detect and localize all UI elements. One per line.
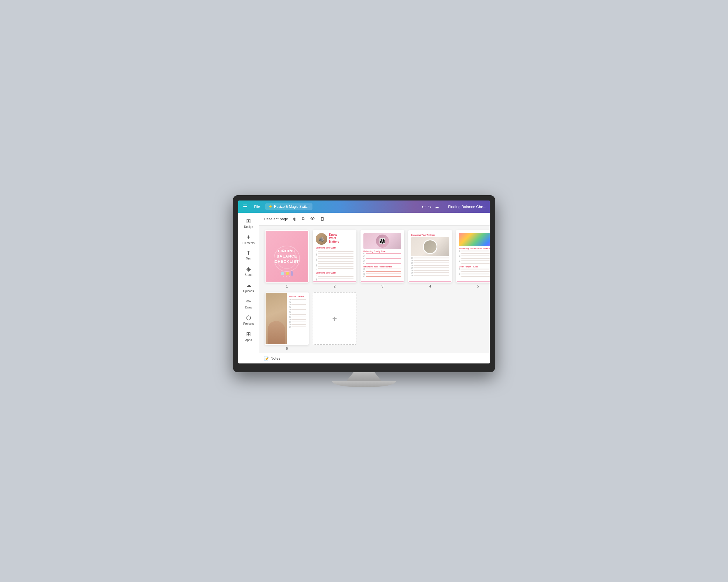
copy-page-icon[interactable]: ⧉ (301, 215, 306, 223)
sidebar-item-elements[interactable]: ✦ Elements (240, 231, 257, 247)
deselect-page-button[interactable]: Deselect page (264, 217, 288, 221)
hamburger-icon[interactable]: ☰ (242, 202, 249, 211)
sidebar-item-projects[interactable]: ⬡ Projects (240, 312, 257, 328)
monitor-bezel: ☰ File ⚡ Resize & Magic Switch ↩ ↪ ☁ Fin… (233, 195, 495, 372)
page-item-1[interactable]: FindingBalanceChecklist ~ ~ ~ (265, 230, 309, 288)
sidebar-label-projects: Projects (243, 322, 254, 325)
hide-page-icon[interactable]: 👁 (309, 215, 316, 223)
page2-content: 🪨 KnowWhatMatters Balancing Your Work (313, 231, 356, 282)
page5-section2: Don't Forget To Act (459, 266, 490, 268)
page-item-add[interactable]: + (313, 293, 357, 345)
redo-button[interactable]: ↪ (428, 204, 432, 210)
page-item-3[interactable]: 👨‍👩‍👧 Balancing Family Time (361, 230, 404, 288)
sidebar-item-text[interactable]: T Text (240, 248, 257, 262)
sidebar-item-uploads[interactable]: ☁ Uploads (240, 279, 257, 295)
page-number-2: 2 (334, 284, 336, 288)
sidebar-label-design: Design (244, 225, 253, 228)
pages-row-2: Put It All Together (265, 293, 484, 351)
monitor-stand-base (332, 381, 396, 387)
page1-subtitle: ~ ~ ~ (283, 276, 291, 278)
draw-icon: ✏ (246, 298, 251, 305)
page-thumb-4[interactable]: Balancing Your Wellness (408, 230, 452, 282)
sidebar-label-apps: Apps (245, 338, 252, 342)
page-toolbar: Deselect page ⊕ ⧉ 👁 🗑 (259, 213, 490, 225)
lightning-icon: ⚡ (268, 204, 272, 209)
elements-icon: ✦ (246, 234, 251, 241)
design-icon: ⊞ (246, 217, 251, 224)
add-page-button[interactable]: + (313, 293, 357, 345)
page1-content: FindingBalanceChecklist ~ ~ ~ (266, 231, 308, 282)
page3-section2: Balancing Your Relationships (363, 266, 401, 268)
page6-image (266, 293, 287, 344)
notes-icon: 📝 (264, 356, 269, 361)
main-area: ⊞ Design ✦ Elements T Text ◈ Brand (238, 213, 490, 363)
page-number-4: 4 (429, 284, 431, 288)
monitor-wrapper: ☰ File ⚡ Resize & Magic Switch ↩ ↪ ☁ Fin… (233, 195, 495, 387)
toolbar-icons-group: ⊕ ⧉ 👁 🗑 (291, 215, 326, 223)
pages-grid: FindingBalanceChecklist ~ ~ ~ (259, 225, 490, 353)
sidebar-label-elements: Elements (242, 242, 255, 245)
page4-title: Balancing Your Wellness (411, 234, 449, 236)
page2-section1: Balancing Your Work (316, 247, 354, 249)
page-number-6: 6 (286, 347, 288, 351)
uploads-icon: ☁ (246, 282, 252, 289)
page-item-2[interactable]: 🪨 KnowWhatMatters Balancing Your Work (313, 230, 357, 288)
page-number-1: 1 (286, 284, 288, 288)
page6-text: Put It All Together (287, 293, 308, 344)
delete-page-icon[interactable]: 🗑 (319, 215, 326, 223)
page2-image: 🪨 (316, 233, 327, 245)
sidebar-item-brand[interactable]: ◈ Brand (240, 263, 257, 279)
text-icon: T (247, 250, 250, 256)
page-number-3: 3 (382, 284, 384, 288)
page-thumb-1[interactable]: FindingBalanceChecklist ~ ~ ~ (265, 230, 309, 282)
page1-title: FindingBalanceChecklist (275, 249, 299, 265)
page-item-5[interactable]: Balancing Your Hobbies And Passions (456, 230, 490, 288)
page-thumb-2[interactable]: 🪨 KnowWhatMatters Balancing Your Work (313, 230, 357, 282)
brand-icon: ◈ (246, 266, 251, 272)
cloud-save-button[interactable]: ☁ (435, 204, 439, 210)
undo-redo-group: ↩ ↪ (422, 204, 432, 210)
notes-bar: 📝 Notes (259, 353, 490, 363)
page3-content: 👨‍👩‍👧 Balancing Family Time (361, 231, 404, 282)
page3-image: 👨‍👩‍👧 (363, 233, 401, 249)
sidebar-item-design[interactable]: ⊞ Design (240, 215, 257, 231)
page5-image (459, 233, 490, 246)
topbar: ☰ File ⚡ Resize & Magic Switch ↩ ↪ ☁ Fin… (238, 200, 490, 213)
page2-section2: Balancing Your Work (316, 272, 354, 274)
resize-label: Resize & Magic Switch (274, 204, 310, 209)
page-thumb-6[interactable]: Put It All Together (265, 293, 309, 345)
sidebar-label-brand: Brand (244, 273, 253, 276)
monitor-stand-neck (346, 372, 382, 381)
page2-heading: KnowWhatMatters (329, 233, 340, 244)
page6-content: Put It All Together (266, 293, 308, 344)
sidebar: ⊞ Design ✦ Elements T Text ◈ Brand (238, 213, 259, 363)
sidebar-item-apps[interactable]: ⊞ Apps (240, 328, 257, 344)
page-item-6[interactable]: Put It All Together (265, 293, 309, 351)
sidebar-label-draw: Draw (245, 306, 252, 309)
page-thumb-5[interactable]: Balancing Your Hobbies And Passions (456, 230, 490, 282)
page-thumb-3[interactable]: 👨‍👩‍👧 Balancing Family Time (361, 230, 404, 282)
content-area: Deselect page ⊕ ⧉ 👁 🗑 (259, 213, 490, 363)
document-title: Finding Balance Che... (448, 204, 486, 209)
page-number-5: 5 (477, 284, 479, 288)
file-menu[interactable]: File (252, 204, 262, 209)
sidebar-label-uploads: Uploads (243, 289, 254, 293)
screen: ☰ File ⚡ Resize & Magic Switch ↩ ↪ ☁ Fin… (238, 200, 490, 363)
apps-icon: ⊞ (246, 331, 251, 337)
pages-row-1: FindingBalanceChecklist ~ ~ ~ (265, 230, 484, 288)
sidebar-label-text: Text (246, 257, 251, 260)
projects-icon: ⬡ (246, 314, 251, 321)
page3-section1: Balancing Family Time (363, 250, 401, 252)
undo-button[interactable]: ↩ (422, 204, 425, 210)
sidebar-item-draw[interactable]: ✏ Draw (240, 296, 257, 311)
page5-title: Balancing Your Hobbies And Passions (459, 247, 490, 249)
page4-content: Balancing Your Wellness (409, 231, 451, 282)
page5-content: Balancing Your Hobbies And Passions (457, 231, 490, 282)
add-page-icon[interactable]: ⊕ (291, 215, 297, 223)
page4-image (411, 237, 449, 256)
resize-magic-switch-button[interactable]: ⚡ Resize & Magic Switch (265, 203, 312, 210)
page-item-4[interactable]: Balancing Your Wellness (408, 230, 452, 288)
notes-label[interactable]: Notes (270, 356, 280, 361)
